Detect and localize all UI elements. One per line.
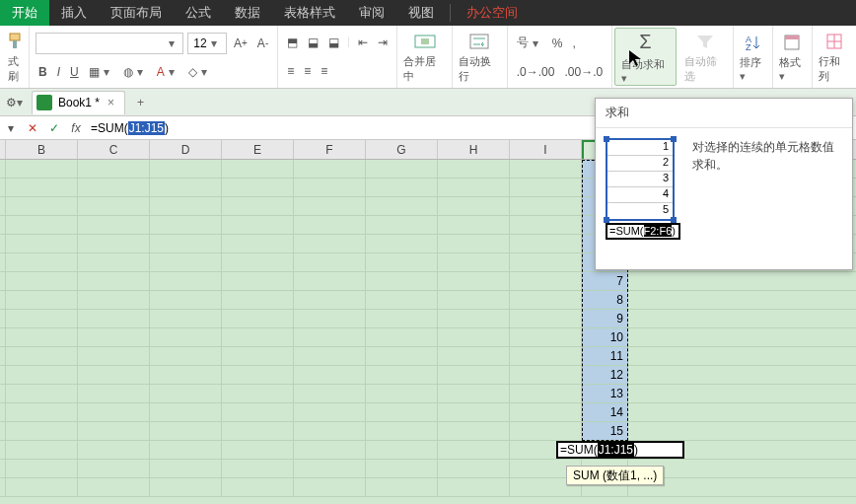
increase-font-icon[interactable]: A+ xyxy=(231,35,250,52)
cell[interactable] xyxy=(78,478,150,496)
decrease-decimal-icon[interactable]: .00→.0 xyxy=(561,63,606,81)
cell[interactable] xyxy=(366,253,438,271)
cell[interactable] xyxy=(438,253,510,271)
cell[interactable] xyxy=(78,328,150,346)
cell[interactable] xyxy=(438,197,510,215)
cell[interactable] xyxy=(438,403,510,421)
cell[interactable] xyxy=(438,422,510,440)
new-tab-button[interactable]: + xyxy=(131,94,150,111)
cell[interactable] xyxy=(294,478,366,496)
cell[interactable] xyxy=(222,235,294,252)
cell[interactable] xyxy=(78,253,150,271)
cell[interactable] xyxy=(510,197,582,215)
col-header[interactable]: F xyxy=(294,140,366,159)
cell[interactable] xyxy=(6,385,78,402)
align-top-icon[interactable]: ⬒ xyxy=(284,34,301,51)
cell[interactable] xyxy=(294,385,366,402)
cell[interactable] xyxy=(510,403,582,421)
cell[interactable] xyxy=(294,235,366,252)
cell[interactable] xyxy=(438,328,510,346)
cell[interactable] xyxy=(78,291,150,309)
sort-label[interactable]: 排序▾ xyxy=(740,55,766,83)
cell[interactable] xyxy=(78,272,150,290)
cancel-icon[interactable]: ✕ xyxy=(22,121,43,135)
cell[interactable] xyxy=(294,310,366,327)
cell[interactable] xyxy=(78,235,150,252)
filter-icon[interactable] xyxy=(692,31,718,52)
cell[interactable] xyxy=(438,272,510,290)
cell-j-selected[interactable]: 12 xyxy=(582,366,628,384)
cell[interactable] xyxy=(150,179,222,196)
increase-decimal-icon[interactable]: .0→.00 xyxy=(514,63,558,81)
wrap-text-icon[interactable] xyxy=(465,31,493,52)
cell[interactable] xyxy=(438,179,510,196)
cell[interactable] xyxy=(366,179,438,196)
cell[interactable] xyxy=(366,441,438,459)
cell[interactable] xyxy=(438,385,510,402)
cell[interactable] xyxy=(438,160,510,178)
align-right-icon[interactable]: ≡ xyxy=(318,62,330,80)
cell[interactable] xyxy=(150,160,222,178)
tab-data[interactable]: 数据 xyxy=(223,0,272,26)
format-painter-icon[interactable] xyxy=(4,31,28,52)
cell[interactable] xyxy=(150,460,222,477)
autosum-label[interactable]: 自动求和▾ xyxy=(621,57,670,85)
cell[interactable] xyxy=(78,422,150,440)
tab-workspace[interactable]: 办公空间 xyxy=(455,0,530,26)
file-tab-book1[interactable]: Book1 * × xyxy=(32,91,125,114)
cell[interactable] xyxy=(222,160,294,178)
cell[interactable] xyxy=(6,253,78,271)
cell[interactable] xyxy=(510,272,582,290)
font-size-select[interactable]: 12▾ xyxy=(187,33,227,54)
cell-j-selected[interactable]: 8 xyxy=(582,291,628,309)
cell[interactable] xyxy=(366,403,438,421)
cell[interactable] xyxy=(294,160,366,178)
tab-review[interactable]: 审阅 xyxy=(347,0,396,26)
cell[interactable] xyxy=(438,310,510,327)
cell[interactable] xyxy=(366,272,438,290)
gear-icon[interactable]: ⚙▾ xyxy=(0,96,28,109)
col-header[interactable]: H xyxy=(438,140,510,159)
cell[interactable] xyxy=(78,366,150,384)
cell[interactable] xyxy=(510,328,582,346)
cell[interactable] xyxy=(222,403,294,421)
rowcol-icon[interactable] xyxy=(822,31,846,52)
align-bottom-icon[interactable]: ⬓ xyxy=(325,34,342,51)
cell-editor[interactable]: =SUM(J1:J15) xyxy=(556,441,684,459)
cell-j-selected[interactable]: 13 xyxy=(582,385,628,402)
align-center-icon[interactable]: ≡ xyxy=(301,62,314,80)
cell[interactable] xyxy=(78,216,150,234)
cell[interactable] xyxy=(150,291,222,309)
cell[interactable] xyxy=(78,403,150,421)
cell[interactable] xyxy=(510,385,582,402)
font-name-select[interactable]: ▾ xyxy=(36,33,183,54)
cell[interactable] xyxy=(6,160,78,178)
cell[interactable] xyxy=(294,366,366,384)
cell[interactable] xyxy=(222,347,294,365)
cell[interactable] xyxy=(150,197,222,215)
cell[interactable] xyxy=(366,347,438,365)
cell[interactable] xyxy=(294,403,366,421)
chevron-down-icon[interactable]: ▾ xyxy=(207,36,221,50)
cell[interactable] xyxy=(150,422,222,440)
cell[interactable] xyxy=(222,328,294,346)
cell[interactable] xyxy=(510,235,582,252)
cell[interactable] xyxy=(294,253,366,271)
merge-center-icon[interactable] xyxy=(411,31,439,52)
cell[interactable] xyxy=(222,216,294,234)
close-icon[interactable]: × xyxy=(106,96,116,109)
borders-button[interactable]: ▦▾ xyxy=(86,63,116,81)
cell[interactable] xyxy=(78,197,150,215)
cell[interactable] xyxy=(366,235,438,252)
cell[interactable] xyxy=(6,366,78,384)
cell[interactable] xyxy=(222,272,294,290)
cell[interactable] xyxy=(294,347,366,365)
cell[interactable] xyxy=(438,291,510,309)
cell-j-selected[interactable]: 15 xyxy=(582,422,628,440)
cell[interactable] xyxy=(150,441,222,459)
cell[interactable] xyxy=(150,403,222,421)
bold-button[interactable]: B xyxy=(36,63,50,81)
cell[interactable] xyxy=(78,460,150,477)
cell[interactable] xyxy=(6,347,78,365)
cell[interactable] xyxy=(366,385,438,402)
